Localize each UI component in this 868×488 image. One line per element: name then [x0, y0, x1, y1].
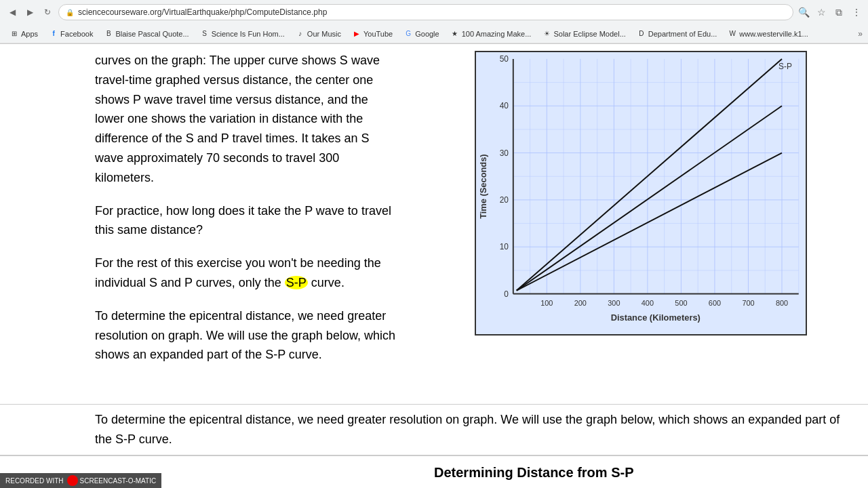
bookmark-label: 100 Amazing Make...: [462, 30, 532, 38]
seismograph-chart: 0 10 20 30 40 50 100 200 300 400 500 600…: [475, 51, 807, 336]
chart-svg: 0 10 20 30 40 50 100 200 300 400 500 600…: [476, 52, 806, 334]
page-content: curves on the graph: The upper curve sho…: [0, 44, 868, 488]
bookmark-dept[interactable]: D Department of Edu...: [633, 28, 722, 40]
science-favicon: S: [200, 29, 210, 39]
bookmark-label: Facebook: [60, 30, 93, 38]
svg-text:200: 200: [574, 299, 587, 307]
bookmark-google[interactable]: G Google: [399, 28, 443, 40]
svg-text:40: 40: [500, 101, 509, 110]
brand-label: SCREENCAST-O-MATIC: [80, 477, 157, 485]
reload-button[interactable]: ↻: [41, 5, 54, 19]
bookmark-facebook[interactable]: f Facebook: [45, 28, 97, 40]
paragraph-1: curves on the graph: The upper curve sho…: [95, 51, 400, 188]
url-text: sciencecourseware.org/VirtualEarthquake/…: [78, 7, 786, 17]
bookmark-eclipse[interactable]: ☀ Solar Eclipse Model...: [538, 28, 629, 40]
paragraph-4: To determine the epicentral distance, we…: [95, 306, 400, 365]
make-favicon: ★: [450, 29, 460, 39]
paragraph-4-container: To determine the epicentral distance, we…: [0, 404, 868, 455]
svg-text:Distance (Kilometers): Distance (Kilometers): [611, 312, 701, 323]
svg-text:10: 10: [500, 242, 509, 251]
paragraph-3: For the rest of this exercise you won't …: [95, 253, 400, 293]
bookmark-label: Department of Edu...: [648, 30, 717, 38]
svg-text:400: 400: [642, 299, 654, 307]
graph-column: 0 10 20 30 40 50 100 200 300 400 500 600…: [420, 44, 868, 404]
more-bookmarks-icon[interactable]: »: [858, 29, 863, 39]
svg-text:50: 50: [500, 54, 509, 64]
music-favicon: ♪: [296, 29, 305, 39]
eclipse-favicon: ☀: [542, 29, 551, 39]
svg-text:100: 100: [540, 299, 553, 307]
svg-text:600: 600: [709, 299, 721, 307]
bookmark-westerville[interactable]: W www.westerville.k1...: [724, 28, 812, 40]
youtube-favicon: ▶: [352, 29, 361, 39]
google-favicon: G: [403, 29, 413, 39]
facebook-favicon: f: [49, 29, 58, 39]
svg-text:S-P: S-P: [778, 62, 792, 71]
svg-text:30: 30: [500, 148, 509, 158]
bookmark-label: Our Music: [307, 30, 341, 38]
back-button[interactable]: ◀: [5, 5, 19, 19]
menu-icon[interactable]: ⋮: [850, 6, 863, 18]
paragraph-2: For practice, how long does it take the …: [95, 201, 400, 241]
svg-text:Time (Seconds): Time (Seconds): [478, 154, 488, 219]
screencast-watermark: RECORDED WITH SCREENCAST-O-MATIC: [0, 473, 161, 488]
lock-icon: 🔒: [66, 9, 74, 16]
toolbar-icons: 🔍 ☆ ⧉ ⋮: [797, 6, 863, 18]
search-icon[interactable]: 🔍: [797, 6, 810, 18]
text-column: curves on the graph: The upper curve sho…: [0, 44, 420, 404]
main-area: curves on the graph: The upper curve sho…: [0, 44, 868, 404]
svg-text:800: 800: [776, 299, 788, 307]
paragraph3-after: curve.: [308, 276, 344, 289]
bottom-heading: Determining Distance from S-P: [420, 456, 868, 488]
bookmark-youtube[interactable]: ▶ YouTube: [348, 28, 397, 40]
extension-icon[interactable]: ⧉: [833, 6, 845, 18]
bookmark-label: Science Is Fun Hom...: [212, 30, 285, 38]
paragraph-4-text: To determine the epicentral distance, we…: [95, 410, 848, 449]
bookmark-label: Apps: [21, 30, 38, 38]
recorded-label: RECORDED WITH: [5, 477, 64, 485]
apps-favicon: ⊞: [9, 29, 19, 39]
svg-text:20: 20: [500, 195, 509, 205]
westerville-favicon: W: [728, 29, 737, 39]
bookmarks-bar: ⊞ Apps f Facebook B Blaise Pascal Quote.…: [0, 24, 868, 43]
bookmark-make[interactable]: ★ 100 Amazing Make...: [446, 28, 536, 40]
sp-highlight: S-P: [285, 276, 308, 289]
browser-chrome: ◀ ▶ ↻ 🔒 sciencecourseware.org/VirtualEar…: [0, 0, 868, 44]
blaise-favicon: B: [104, 29, 113, 39]
svg-text:500: 500: [675, 299, 687, 307]
svg-rect-0: [476, 52, 805, 334]
bookmark-science[interactable]: S Science Is Fun Hom...: [196, 28, 289, 40]
bookmark-icon[interactable]: ☆: [815, 6, 827, 18]
bookmark-blaise[interactable]: B Blaise Pascal Quote...: [100, 28, 193, 40]
svg-text:0: 0: [504, 289, 509, 299]
bookmark-apps[interactable]: ⊞ Apps: [5, 28, 42, 40]
bookmark-music[interactable]: ♪ Our Music: [292, 28, 345, 40]
address-bar[interactable]: 🔒 sciencecourseware.org/VirtualEarthquak…: [58, 4, 793, 20]
forward-button[interactable]: ▶: [23, 5, 37, 19]
bookmark-label: www.westerville.k1...: [739, 30, 808, 38]
browser-toolbar: ◀ ▶ ↻ 🔒 sciencecourseware.org/VirtualEar…: [0, 0, 868, 24]
bookmark-label: Solar Eclipse Model...: [553, 30, 625, 38]
svg-text:700: 700: [742, 299, 754, 307]
svg-text:300: 300: [608, 299, 620, 307]
bookmark-label: YouTube: [363, 30, 393, 38]
bookmark-label: Blaise Pascal Quote...: [115, 30, 189, 38]
dept-favicon: D: [637, 29, 646, 39]
bookmark-label: Google: [415, 30, 439, 38]
